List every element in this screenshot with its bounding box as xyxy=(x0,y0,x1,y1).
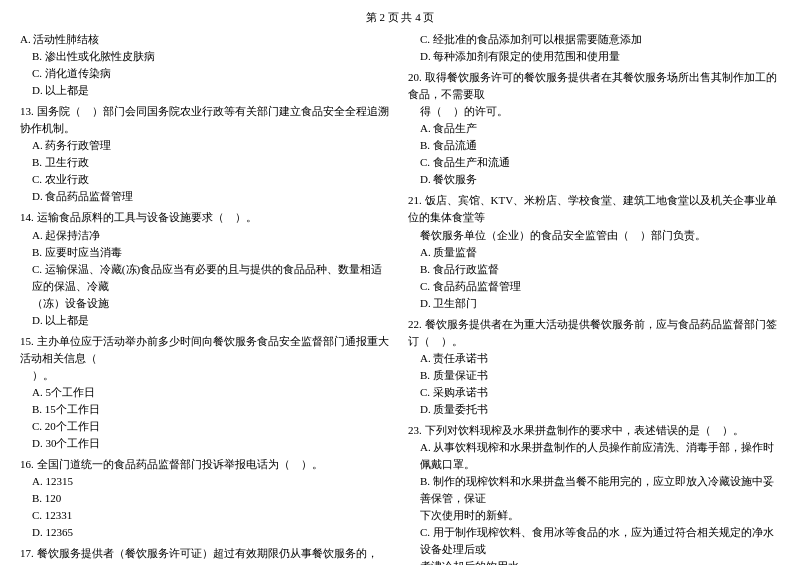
question-text: A. 活动性肺结核 xyxy=(20,31,392,48)
option-text: D. 以上都是 xyxy=(20,82,392,99)
option-text: C. 用于制作现榨饮料、食用冰等食品的水，应为通过符合相关规定的净水设备处理后或 xyxy=(408,524,780,558)
option-text: B. 质量保证书 xyxy=(408,367,780,384)
question-text: 20. 取得餐饮服务许可的餐饮服务提供者在其餐饮服务场所出售其制作加工的食品，不… xyxy=(408,69,780,103)
question-block: 21. 饭店、宾馆、KTV、米粉店、学校食堂、建筑工地食堂以及机关企事业单位的集… xyxy=(408,192,780,311)
question-block: 23. 下列对饮料现榨及水果拼盘制作的要求中，表述错误的是（ ）。A. 从事饮料… xyxy=(408,422,780,565)
option-text: B. 制作的现榨饮料和水果拼盘当餐不能用完的，应立即放入冷藏设施中妥善保管，保证 xyxy=(408,473,780,507)
option-text: C. 12331 xyxy=(20,507,392,524)
question-block: 13. 国务院（ ）部门会同国务院农业行政等有关部门建立食品安全全程追溯协作机制… xyxy=(20,103,392,205)
continuation-text: 下次使用时的新鲜。 xyxy=(408,507,780,524)
question-block: 14. 运输食品原料的工具与设备设施要求（ ）。A. 起保持洁净B. 应要时应当… xyxy=(20,209,392,328)
continuation-text: 得（ ）的许可。 xyxy=(408,103,780,120)
main-content: A. 活动性肺结核B. 渗出性或化脓性皮肤病C. 消化道传染病D. 以上都是13… xyxy=(20,31,780,565)
option-text: （冻）设备设施 xyxy=(20,295,392,312)
option-text: C. 农业行政 xyxy=(20,171,392,188)
option-text: A. 12315 xyxy=(20,473,392,490)
question-block: 22. 餐饮服务提供者在为重大活动提供餐饮服务前，应与食品药品监督部门签订（ ）… xyxy=(408,316,780,418)
question-block: 20. 取得餐饮服务许可的餐饮服务提供者在其餐饮服务场所出售其制作加工的食品，不… xyxy=(408,69,780,188)
option-text: ）。 xyxy=(20,367,392,384)
option-text: A. 食品生产 xyxy=(408,120,780,137)
option-text: C. 消化道传染病 xyxy=(20,65,392,82)
question-text: 16. 全国门道统一的食品药品监督部门投诉举报电话为（ ）。 xyxy=(20,456,392,473)
question-text: 23. 下列对饮料现榨及水果拼盘制作的要求中，表述错误的是（ ）。 xyxy=(408,422,780,439)
option-text: A. 药务行政管理 xyxy=(20,137,392,154)
left-column: A. 活动性肺结核B. 渗出性或化脓性皮肤病C. 消化道传染病D. 以上都是13… xyxy=(20,31,392,565)
option-text: A. 起保持洁净 xyxy=(20,227,392,244)
continuation-text: 餐饮服务单位（企业）的食品安全监管由（ ）部门负责。 xyxy=(408,227,780,244)
option-text: D. 12365 xyxy=(20,524,392,541)
option-text: D. 食品药品监督管理 xyxy=(20,188,392,205)
option-text: C. 运输保温、冷藏(冻)食品应当有必要的且与提供的食品品种、数量相适应的保温、… xyxy=(20,261,392,295)
page-footer: 第 2 页 共 4 页 xyxy=(20,10,780,25)
option-text: D. 卫生部门 xyxy=(408,295,780,312)
question-text: 13. 国务院（ ）部门会同国务院农业行政等有关部门建立食品安全全程追溯协作机制… xyxy=(20,103,392,137)
option-text: C. 经批准的食品添加剂可以根据需要随意添加 xyxy=(408,31,780,48)
option-text: A. 质量监督 xyxy=(408,244,780,261)
question-text: 14. 运输食品原料的工具与设备设施要求（ ）。 xyxy=(20,209,392,226)
option-text: B. 食品行政监督 xyxy=(408,261,780,278)
option-text: A. 从事饮料现榨和水果拼盘制作的人员操作前应清洗、消毒手部，操作时佩戴口罩。 xyxy=(408,439,780,473)
question-text: 22. 餐饮服务提供者在为重大活动提供餐饮服务前，应与食品药品监督部门签订（ ）… xyxy=(408,316,780,350)
option-text: A. 责任承诺书 xyxy=(408,350,780,367)
option-text: B. 卫生行政 xyxy=(20,154,392,171)
option-text: D. 质量委托书 xyxy=(408,401,780,418)
question-block: 16. 全国门道统一的食品药品监督部门投诉举报电话为（ ）。A. 12315B.… xyxy=(20,456,392,541)
option-text: C. 食品药品监督管理 xyxy=(408,278,780,295)
option-text: C. 20个工作日 xyxy=(20,418,392,435)
question-block: 15. 主办单位应于活动举办前多少时间向餐饮服务食品安全监督部门通报重大活动相关… xyxy=(20,333,392,452)
question-text: 15. 主办单位应于活动举办前多少时间向餐饮服务食品安全监督部门通报重大活动相关… xyxy=(20,333,392,367)
option-text: A. 5个工作日 xyxy=(20,384,392,401)
question-text: 21. 饭店、宾馆、KTV、米粉店、学校食堂、建筑工地食堂以及机关企事业单位的集… xyxy=(408,192,780,226)
right-column: C. 经批准的食品添加剂可以根据需要随意添加D. 每种添加剂有限定的使用范围和使… xyxy=(408,31,780,565)
option-text: D. 每种添加剂有限定的使用范围和使用量 xyxy=(408,48,780,65)
option-text: B. 15个工作日 xyxy=(20,401,392,418)
option-text: B. 渗出性或化脓性皮肤病 xyxy=(20,48,392,65)
option-text: B. 食品流通 xyxy=(408,137,780,154)
option-text: C. 食品生产和流通 xyxy=(408,154,780,171)
option-text: C. 采购承诺书 xyxy=(408,384,780,401)
option-text: D. 以上都是 xyxy=(20,312,392,329)
question-block: A. 活动性肺结核B. 渗出性或化脓性皮肤病C. 消化道传染病D. 以上都是 xyxy=(20,31,392,99)
question-block: C. 经批准的食品添加剂可以根据需要随意添加D. 每种添加剂有限定的使用范围和使… xyxy=(408,31,780,65)
option-text: D. 餐饮服务 xyxy=(408,171,780,188)
option-text: B. 120 xyxy=(20,490,392,507)
option-text: B. 应要时应当消毒 xyxy=(20,244,392,261)
option-text: D. 30个工作日 xyxy=(20,435,392,452)
question-text: 17. 餐饮服务提供者（餐饮服务许可证）超过有效期限仍从事餐饮服务的，（ ）。 xyxy=(20,545,392,565)
question-block: 17. 餐饮服务提供者（餐饮服务许可证）超过有效期限仍从事餐饮服务的，（ ）。A… xyxy=(20,545,392,565)
continuation-text: 煮沸冷却后的饮用水。 xyxy=(408,558,780,565)
